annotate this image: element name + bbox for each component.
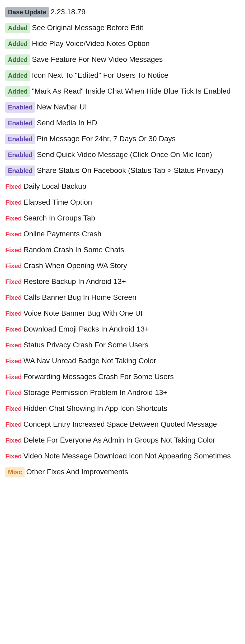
fixed-badge: Fixed	[5, 388, 22, 398]
item-text: Voice Note Banner Bug With One UI	[23, 308, 240, 319]
list-item: MiscOther Fixes And Improvements	[5, 466, 240, 477]
item-text: Hide Play Voice/Video Notes Option	[32, 38, 240, 49]
item-text: New Navbar UI	[37, 102, 240, 113]
list-item: AddedIcon Next To "Edited" For Users To …	[5, 70, 240, 81]
changelog-items-list: AddedSee Original Message Before EditAdd…	[5, 22, 240, 477]
item-text: Concept Entry Increased Space Between Qu…	[23, 419, 240, 430]
misc-badge: Misc	[5, 467, 25, 477]
fixed-badge: Fixed	[5, 356, 22, 366]
added-badge: Added	[5, 39, 30, 49]
item-text: Crash When Opening WA Story	[23, 260, 240, 271]
list-item: FixedRestore Backup In Android 13+	[5, 276, 240, 287]
added-badge: Added	[5, 54, 30, 65]
fixed-badge: Fixed	[5, 340, 22, 351]
enabled-badge: Enabled	[5, 165, 35, 176]
fixed-badge: Fixed	[5, 261, 22, 271]
item-text: Video Note Message Download Icon Not App…	[23, 450, 240, 462]
item-text: Forwarding Messages Crash For Some Users	[23, 371, 240, 382]
fixed-badge: Fixed	[5, 197, 22, 208]
fixed-badge: Fixed	[5, 451, 22, 462]
list-item: FixedWA Nav Unread Badge Not Taking Colo…	[5, 355, 240, 366]
item-text: Delete For Everyone As Admin In Groups N…	[23, 435, 240, 446]
fixed-badge: Fixed	[5, 181, 22, 192]
list-item: EnabledPin Message For 24hr, 7 Days Or 3…	[5, 133, 240, 144]
changelog-base-item: Base Update 2.23.18.79	[5, 6, 240, 17]
list-item: FixedStorage Permission Problem In Andro…	[5, 387, 240, 398]
list-item: AddedSee Original Message Before Edit	[5, 22, 240, 33]
fixed-badge: Fixed	[5, 372, 22, 382]
list-item: Added"Mark As Read" Inside Chat When Hid…	[5, 86, 240, 97]
list-item: FixedConcept Entry Increased Space Betwe…	[5, 419, 240, 430]
item-text: Online Payments Crash	[23, 228, 240, 240]
list-item: EnabledSend Quick Video Message (Click O…	[5, 149, 240, 160]
list-item: AddedSave Feature For New Video Messages	[5, 54, 240, 65]
enabled-badge: Enabled	[5, 134, 35, 144]
item-text: See Original Message Before Edit	[32, 22, 240, 33]
item-text: Status Privacy Crash For Some Users	[23, 339, 240, 351]
list-item: FixedCrash When Opening WA Story	[5, 260, 240, 271]
item-text: Hidden Chat Showing In App Icon Shortcut…	[23, 403, 240, 414]
fixed-badge: Fixed	[5, 229, 22, 240]
fixed-badge: Fixed	[5, 277, 22, 287]
item-text: Icon Next To "Edited" For Users To Notic…	[32, 70, 240, 81]
list-item: FixedVideo Note Message Download Icon No…	[5, 450, 240, 462]
list-item: FixedHidden Chat Showing In App Icon Sho…	[5, 403, 240, 414]
item-text: Other Fixes And Improvements	[26, 466, 240, 477]
item-text: Download Emoji Packs In Android 13+	[23, 324, 240, 335]
fixed-badge: Fixed	[5, 308, 22, 319]
item-text: Pin Message For 24hr, 7 Days Or 30 Days	[37, 133, 240, 144]
list-item: EnabledShare Status On Facebook (Status …	[5, 165, 240, 176]
item-text: Daily Local Backup	[23, 181, 240, 192]
list-item: FixedCalls Banner Bug In Home Screen	[5, 292, 240, 303]
enabled-badge: Enabled	[5, 118, 35, 128]
item-text: Search In Groups Tab	[23, 213, 240, 224]
list-item: EnabledNew Navbar UI	[5, 102, 240, 113]
list-item: FixedDaily Local Backup	[5, 181, 240, 192]
fixed-badge: Fixed	[5, 403, 22, 414]
item-text: WA Nav Unread Badge Not Taking Color	[23, 355, 240, 366]
item-text: Random Crash In Some Chats	[23, 244, 240, 255]
list-item: AddedHide Play Voice/Video Notes Option	[5, 38, 240, 49]
list-item: FixedStatus Privacy Crash For Some Users	[5, 339, 240, 351]
list-item: FixedRandom Crash In Some Chats	[5, 244, 240, 255]
item-text: Send Quick Video Message (Click Once On …	[37, 149, 240, 160]
changelog-list: Base Update 2.23.18.79	[5, 6, 240, 17]
list-item: FixedDownload Emoji Packs In Android 13+	[5, 324, 240, 335]
item-text: Send Media In HD	[37, 117, 240, 128]
list-item: FixedElapsed Time Option	[5, 197, 240, 208]
item-text: Storage Permission Problem In Android 13…	[23, 387, 240, 398]
fixed-badge: Fixed	[5, 419, 22, 430]
item-text: Share Status On Facebook (Status Tab > S…	[37, 165, 240, 176]
fixed-badge: Fixed	[5, 245, 22, 255]
list-item: FixedForwarding Messages Crash For Some …	[5, 371, 240, 382]
added-badge: Added	[5, 70, 30, 81]
fixed-badge: Fixed	[5, 292, 22, 303]
list-item: FixedOnline Payments Crash	[5, 228, 240, 240]
base-version: 2.23.18.79	[50, 6, 85, 17]
base-badge: Base Update	[5, 7, 49, 17]
list-item: FixedVoice Note Banner Bug With One UI	[5, 308, 240, 319]
added-badge: Added	[5, 23, 30, 33]
fixed-badge: Fixed	[5, 435, 22, 446]
item-text: "Mark As Read" Inside Chat When Hide Blu…	[32, 86, 240, 97]
list-item: FixedSearch In Groups Tab	[5, 213, 240, 224]
fixed-badge: Fixed	[5, 324, 22, 335]
enabled-badge: Enabled	[5, 150, 35, 160]
fixed-badge: Fixed	[5, 213, 22, 224]
added-badge: Added	[5, 86, 30, 97]
enabled-badge: Enabled	[5, 102, 35, 113]
list-item: FixedDelete For Everyone As Admin In Gro…	[5, 435, 240, 446]
list-item: EnabledSend Media In HD	[5, 117, 240, 128]
item-text: Restore Backup In Android 13+	[23, 276, 240, 287]
item-text: Elapsed Time Option	[23, 197, 240, 208]
item-text: Calls Banner Bug In Home Screen	[23, 292, 240, 303]
item-text: Save Feature For New Video Messages	[32, 54, 240, 65]
